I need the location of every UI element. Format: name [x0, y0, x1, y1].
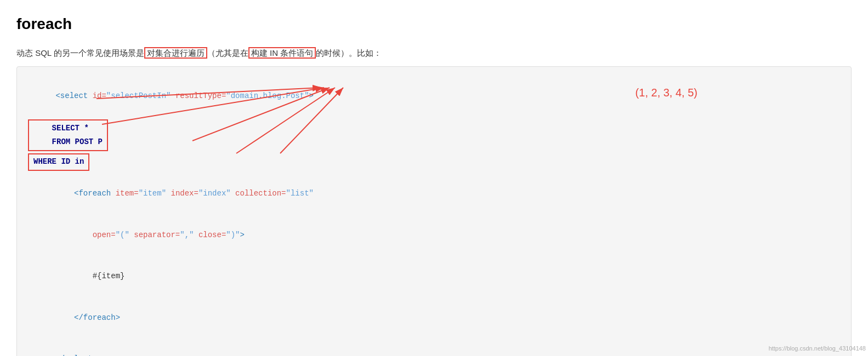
item-line: #{item} — [28, 256, 840, 297]
sql-where: WHERE ID in — [33, 157, 84, 166]
foreach-line2: open="(" separator="," close=")"> — [28, 214, 840, 256]
tag-gt: > — [240, 231, 245, 239]
code-block: <select id="selectPostIn" resultType="do… — [16, 66, 852, 356]
url-watermark: https://blog.csdn.net/blog_43104148 — [769, 343, 866, 354]
val-open: "(" — [116, 231, 129, 239]
where-block: WHERE ID in — [28, 153, 840, 171]
sql-select-box: SELECT * FROM POST P — [28, 119, 108, 151]
attr-id: id= — [93, 91, 106, 100]
code-line-1: <select id="selectPostIn" resultType="do… — [28, 76, 840, 117]
val-result: "domain.blog.Post" — [226, 91, 309, 100]
intro-text3: 的时候）。比如： — [316, 48, 382, 58]
attr-item: item= — [116, 189, 139, 198]
end-foreach-tag: </foreach> — [55, 313, 120, 322]
val-sep: "," — [180, 231, 194, 239]
sql-from: FROM POST P — [33, 135, 103, 149]
end-select-line: </select> — [28, 338, 840, 356]
attr-collection: collection= — [231, 189, 286, 198]
attr-result: resultType= — [171, 91, 226, 100]
val-close: ")" — [226, 231, 240, 239]
highlight-in-condition: 构建 IN 条件语句 — [248, 47, 316, 59]
val-index: "index" — [198, 189, 231, 198]
attr-sep: separator= — [129, 231, 180, 239]
intro-text2: （尤其是在 — [207, 48, 248, 58]
intro-text1: 动态 SQL 的另一个常见使用场景是 — [16, 48, 144, 58]
sql-select: SELECT * — [33, 122, 103, 135]
attr-open: open= — [55, 231, 115, 239]
page-title: foreach — [16, 11, 852, 37]
sql-where-box: WHERE ID in — [28, 153, 89, 171]
intro-paragraph: 动态 SQL 的另一个常见使用场景是对集合进行遍历（尤其是在构建 IN 条件语句… — [16, 46, 852, 60]
highlight-collection: 对集合进行遍历 — [144, 47, 207, 59]
sql-block: SELECT * FROM POST P — [28, 119, 840, 151]
attr-close: close= — [194, 231, 226, 239]
item-expr: #{item} — [55, 272, 124, 280]
tag-close-bracket: > — [309, 91, 314, 100]
annotation-label: (1, 2, 3, 4, 5) — [636, 83, 697, 102]
val-collection: "list" — [286, 189, 314, 198]
code-block-wrapper: <select id="selectPostIn" resultType="do… — [16, 66, 852, 356]
foreach-tag: <foreach — [55, 189, 115, 198]
val-id: "selectPostIn" — [106, 91, 171, 100]
tag-open: <select — [55, 91, 92, 100]
foreach-line1: <foreach item="item" index="index" colle… — [28, 173, 840, 215]
attr-index: index= — [166, 189, 198, 198]
end-foreach-line: </foreach> — [28, 297, 840, 339]
val-item: "item" — [139, 189, 166, 198]
